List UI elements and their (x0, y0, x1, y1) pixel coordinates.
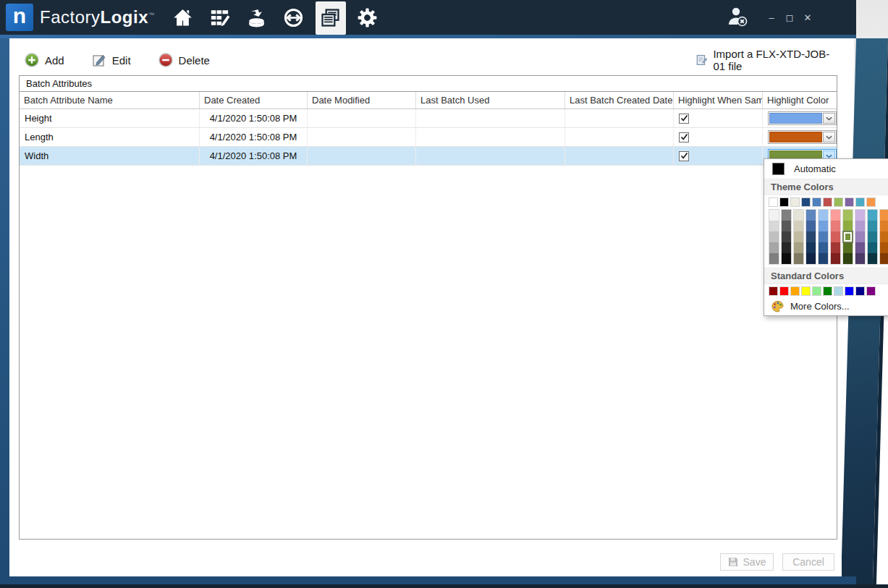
highlight-color-dropdown[interactable] (768, 130, 837, 144)
nav-worksheet-edit-icon[interactable] (205, 1, 235, 34)
cancel-button[interactable]: Cancel (782, 553, 834, 571)
shade-swatch-3-2[interactable] (806, 231, 816, 242)
shade-swatch-0-3[interactable] (769, 242, 779, 253)
shade-swatch-7-4[interactable] (855, 253, 865, 264)
save-button[interactable]: Save (720, 553, 774, 571)
shade-swatch-0-4[interactable] (769, 253, 779, 264)
dropdown-arrow-button[interactable] (823, 132, 835, 142)
shade-swatch-3-3[interactable] (806, 242, 816, 253)
shade-swatch-5-3[interactable] (831, 242, 840, 253)
shade-swatch-7-1[interactable] (855, 221, 865, 231)
theme-color-swatch-0[interactable] (769, 197, 778, 207)
close-button[interactable]: ✕ (803, 12, 813, 22)
theme-color-swatch-7[interactable] (845, 197, 854, 207)
shade-swatch-4-2[interactable] (819, 231, 828, 242)
shade-swatch-1-4[interactable] (782, 253, 791, 264)
nav-materials-stack-icon[interactable] (242, 1, 272, 34)
shade-swatch-4-1[interactable] (819, 221, 828, 231)
theme-color-swatch-1[interactable] (779, 197, 789, 207)
shade-swatch-6-0[interactable] (843, 210, 853, 221)
column-header-highlight_color[interactable]: Highlight Color (763, 92, 837, 108)
nav-dispatch-sync-icon[interactable] (279, 1, 309, 34)
standard-color-swatch-green[interactable] (823, 286, 832, 296)
delete-button[interactable]: Delete (156, 51, 213, 69)
shade-swatch-9-2[interactable] (880, 231, 888, 242)
theme-color-swatch-3[interactable] (801, 197, 811, 207)
column-header-date_modified[interactable]: Date Modified (308, 92, 416, 108)
theme-color-swatch-9[interactable] (866, 197, 876, 207)
table-row-width[interactable]: Width4/1/2020 1:50:08 PM (20, 147, 837, 166)
shade-swatch-1-0[interactable] (782, 210, 791, 221)
shade-swatch-4-3[interactable] (819, 242, 828, 253)
add-button[interactable]: Add (22, 51, 67, 69)
standard-color-swatch-dark-blue[interactable] (855, 286, 865, 296)
shade-swatch-8-0[interactable] (868, 210, 877, 221)
standard-color-swatch-light-blue[interactable] (834, 286, 843, 296)
shade-swatch-6-1[interactable] (843, 221, 853, 231)
minimize-button[interactable]: – (766, 12, 777, 22)
shade-swatch-2-2[interactable] (794, 231, 803, 242)
shade-swatch-9-0[interactable] (880, 210, 888, 221)
table-row-height[interactable]: Height4/1/2020 1:50:08 PM (20, 109, 837, 128)
user-logout-icon[interactable] (726, 6, 750, 29)
column-header-last_batch_used[interactable]: Last Batch Used (416, 92, 565, 108)
standard-color-swatch-dark-red[interactable] (769, 286, 778, 296)
shade-swatch-9-4[interactable] (880, 253, 888, 264)
theme-color-swatch-5[interactable] (823, 197, 832, 207)
shade-swatch-1-1[interactable] (782, 221, 791, 231)
highlight-when-same-checkbox[interactable] (679, 132, 689, 142)
theme-color-swatch-2[interactable] (790, 197, 800, 207)
standard-color-swatch-orange[interactable] (790, 286, 800, 296)
shade-swatch-7-2[interactable] (855, 231, 865, 242)
highlight-when-same-checkbox[interactable] (679, 151, 689, 161)
shade-swatch-0-0[interactable] (769, 210, 779, 221)
column-header-last_batch_created_date[interactable]: Last Batch Created Date (565, 92, 674, 108)
shade-swatch-1-2[interactable] (782, 231, 791, 242)
shade-swatch-8-4[interactable] (868, 253, 877, 264)
theme-color-swatch-6[interactable] (834, 197, 843, 207)
dropdown-arrow-button[interactable] (823, 113, 835, 124)
shade-swatch-0-2[interactable] (769, 231, 779, 242)
nav-settings-gear-icon[interactable] (352, 1, 383, 34)
theme-color-swatch-8[interactable] (855, 197, 865, 207)
column-header-date_created[interactable]: Date Created (200, 92, 308, 108)
edit-button[interactable]: Edit (89, 51, 134, 69)
shade-swatch-1-3[interactable] (782, 242, 791, 253)
standard-color-swatch-red[interactable] (779, 286, 789, 296)
shade-swatch-2-3[interactable] (794, 242, 803, 253)
standard-color-swatch-light-green[interactable] (812, 286, 821, 296)
column-header-highlight_when_same[interactable]: Highlight When Same (674, 92, 763, 108)
more-colors-button[interactable]: More Colors... (764, 297, 888, 315)
shade-swatch-6-4[interactable] (843, 253, 853, 264)
shade-swatch-7-3[interactable] (855, 242, 865, 253)
shade-swatch-8-2[interactable] (868, 231, 877, 242)
standard-color-swatch-blue[interactable] (845, 286, 854, 296)
highlight-color-dropdown[interactable] (768, 111, 837, 125)
shade-swatch-4-4[interactable] (819, 253, 828, 264)
standard-color-swatch-purple[interactable] (866, 286, 876, 296)
shade-swatch-3-4[interactable] (806, 253, 816, 264)
shade-swatch-5-0[interactable] (831, 210, 840, 221)
import-flx-file-button[interactable]: Import a FLX-XTD-JOB-01 file (696, 48, 837, 72)
shade-swatch-5-2[interactable] (831, 231, 840, 242)
shade-swatch-2-0[interactable] (794, 210, 803, 221)
shade-swatch-0-1[interactable] (769, 221, 779, 231)
shade-swatch-7-0[interactable] (855, 210, 865, 221)
shade-swatch-9-1[interactable] (880, 221, 888, 231)
shade-swatch-8-3[interactable] (868, 242, 877, 253)
shade-swatch-5-4[interactable] (831, 253, 840, 264)
shade-swatch-9-3[interactable] (880, 242, 888, 253)
shade-swatch-3-1[interactable] (806, 221, 816, 231)
highlight-when-same-checkbox[interactable] (679, 114, 689, 124)
shade-swatch-8-1[interactable] (868, 221, 877, 231)
shade-swatch-2-4[interactable] (794, 253, 803, 264)
automatic-color-item[interactable]: Automatic (764, 159, 888, 179)
maximize-button[interactable]: ◻ (785, 12, 795, 22)
shade-swatch-6-2[interactable] (843, 231, 853, 242)
table-row-length[interactable]: Length4/1/2020 1:50:08 PM (20, 128, 837, 147)
column-header-name[interactable]: Batch Attribute Name (20, 92, 200, 108)
shade-swatch-3-0[interactable] (806, 210, 816, 221)
standard-color-swatch-yellow[interactable] (801, 286, 811, 296)
theme-color-swatch-4[interactable] (812, 197, 821, 207)
shade-swatch-4-0[interactable] (819, 210, 828, 221)
